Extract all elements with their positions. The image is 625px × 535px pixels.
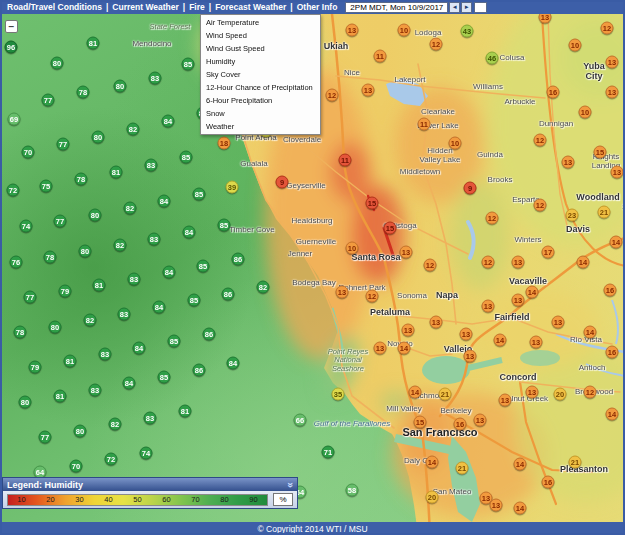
dropdown-item-snow[interactable]: Snow xyxy=(201,107,320,120)
humidity-marker[interactable]: 17 xyxy=(542,246,555,259)
humidity-marker[interactable]: 14 xyxy=(577,256,590,269)
humidity-marker[interactable]: 16 xyxy=(542,476,555,489)
humidity-marker[interactable]: 11 xyxy=(339,154,352,167)
humidity-marker[interactable]: 83 xyxy=(145,159,158,172)
humidity-marker[interactable]: 83 xyxy=(144,412,157,425)
humidity-marker[interactable]: 14 xyxy=(514,502,527,515)
humidity-marker[interactable]: 81 xyxy=(93,279,106,292)
humidity-marker[interactable]: 12 xyxy=(366,290,379,303)
humidity-marker[interactable]: 21 xyxy=(598,206,611,219)
humidity-marker[interactable]: 13 xyxy=(490,499,503,512)
humidity-marker[interactable]: 39 xyxy=(226,181,239,194)
humidity-marker[interactable]: 72 xyxy=(105,453,118,466)
humidity-marker[interactable]: 13 xyxy=(464,350,477,363)
humidity-marker[interactable]: 13 xyxy=(499,394,512,407)
humidity-marker[interactable]: 76 xyxy=(10,256,23,269)
humidity-marker[interactable]: 15 xyxy=(594,146,607,159)
humidity-marker[interactable]: 85 xyxy=(193,188,206,201)
humidity-marker[interactable]: 14 xyxy=(526,286,539,299)
humidity-marker[interactable]: 78 xyxy=(44,251,57,264)
humidity-marker[interactable]: 58 xyxy=(346,484,359,497)
humidity-marker[interactable]: 85 xyxy=(168,335,181,348)
humidity-marker[interactable]: 14 xyxy=(426,456,439,469)
nav-item-fire[interactable]: Fire xyxy=(185,2,209,12)
humidity-marker[interactable]: 12 xyxy=(430,38,443,51)
humidity-marker[interactable]: 82 xyxy=(84,314,97,327)
humidity-marker[interactable]: 14 xyxy=(584,326,597,339)
humidity-marker[interactable]: 80 xyxy=(79,245,92,258)
humidity-marker[interactable]: 86 xyxy=(222,288,235,301)
humidity-marker[interactable]: 14 xyxy=(494,334,507,347)
humidity-marker[interactable]: 71 xyxy=(322,446,335,459)
humidity-marker[interactable]: 13 xyxy=(482,300,495,313)
humidity-marker[interactable]: 86 xyxy=(203,328,216,341)
humidity-marker[interactable]: 16 xyxy=(547,86,560,99)
humidity-marker[interactable]: 78 xyxy=(77,86,90,99)
humidity-marker[interactable]: 83 xyxy=(148,233,161,246)
humidity-marker[interactable]: 23 xyxy=(566,209,579,222)
humidity-marker[interactable]: 10 xyxy=(398,24,411,37)
humidity-marker[interactable]: 85 xyxy=(218,219,231,232)
humidity-marker[interactable]: 13 xyxy=(562,156,575,169)
humidity-marker[interactable]: 77 xyxy=(57,138,70,151)
humidity-marker[interactable]: 82 xyxy=(124,202,137,215)
humidity-marker[interactable]: 43 xyxy=(461,25,474,38)
humidity-marker[interactable]: 14 xyxy=(398,342,411,355)
nav-item-road-travel-conditions[interactable]: Road/Travel Conditions xyxy=(3,2,106,12)
humidity-marker[interactable]: 79 xyxy=(59,285,72,298)
humidity-marker[interactable]: 14 xyxy=(610,236,623,249)
humidity-marker[interactable]: 13 xyxy=(374,342,387,355)
humidity-marker[interactable]: 11 xyxy=(418,118,431,131)
humidity-marker[interactable]: 80 xyxy=(74,425,87,438)
humidity-marker[interactable]: 12 xyxy=(486,212,499,225)
humidity-marker[interactable]: 77 xyxy=(39,431,52,444)
humidity-marker[interactable]: 78 xyxy=(14,326,27,339)
humidity-marker[interactable]: 85 xyxy=(197,260,210,273)
dropdown-item-weather[interactable]: Weather xyxy=(201,120,320,133)
humidity-marker[interactable]: 77 xyxy=(24,291,37,304)
humidity-marker[interactable]: 85 xyxy=(180,151,193,164)
humidity-marker[interactable]: 80 xyxy=(92,131,105,144)
humidity-marker[interactable]: 10 xyxy=(569,39,582,52)
humidity-marker[interactable]: 35 xyxy=(332,388,345,401)
humidity-marker[interactable]: 20 xyxy=(426,491,439,504)
nav-item-forecast-weather[interactable]: Forecast Weather xyxy=(211,2,290,12)
humidity-marker[interactable]: 66 xyxy=(294,414,307,427)
humidity-marker[interactable]: 75 xyxy=(40,180,53,193)
humidity-marker[interactable]: 70 xyxy=(22,146,35,159)
humidity-marker[interactable]: 13 xyxy=(611,166,624,179)
humidity-marker[interactable]: 9 xyxy=(464,182,477,195)
humidity-marker[interactable]: 80 xyxy=(19,396,32,409)
humidity-marker[interactable]: 13 xyxy=(552,316,565,329)
humidity-marker[interactable]: 11 xyxy=(374,50,387,63)
humidity-marker[interactable]: 81 xyxy=(87,37,100,50)
humidity-marker[interactable]: 82 xyxy=(127,123,140,136)
humidity-marker[interactable]: 86 xyxy=(232,253,245,266)
zoom-out-button[interactable]: − xyxy=(5,20,18,33)
humidity-marker[interactable]: 84 xyxy=(183,226,196,239)
humidity-marker[interactable]: 84 xyxy=(133,342,146,355)
humidity-marker[interactable]: 13 xyxy=(346,24,359,37)
humidity-marker[interactable]: 85 xyxy=(158,371,171,384)
dropdown-item-sky-cover[interactable]: Sky Cover xyxy=(201,68,320,81)
dropdown-item-wind-speed[interactable]: Wind Speed xyxy=(201,29,320,42)
humidity-marker[interactable]: 84 xyxy=(158,195,171,208)
humidity-marker[interactable]: 79 xyxy=(29,361,42,374)
humidity-marker[interactable]: 78 xyxy=(75,173,88,186)
humidity-marker[interactable]: 16 xyxy=(606,346,619,359)
humidity-marker[interactable]: 81 xyxy=(179,405,192,418)
humidity-marker[interactable]: 12 xyxy=(482,256,495,269)
humidity-marker[interactable]: 77 xyxy=(42,94,55,107)
humidity-marker[interactable]: 16 xyxy=(454,418,467,431)
legend-collapse-icon[interactable]: » xyxy=(285,482,295,488)
humidity-marker[interactable]: 74 xyxy=(140,447,153,460)
humidity-marker[interactable]: 15 xyxy=(384,222,397,235)
humidity-marker[interactable]: 83 xyxy=(89,384,102,397)
humidity-marker[interactable]: 81 xyxy=(64,355,77,368)
humidity-marker[interactable]: 12 xyxy=(326,89,339,102)
time-option-box[interactable] xyxy=(474,2,487,13)
humidity-marker[interactable]: 46 xyxy=(486,52,499,65)
legend-unit-button[interactable]: % xyxy=(273,493,293,506)
humidity-marker[interactable]: 13 xyxy=(430,316,443,329)
humidity-marker[interactable]: 84 xyxy=(163,266,176,279)
